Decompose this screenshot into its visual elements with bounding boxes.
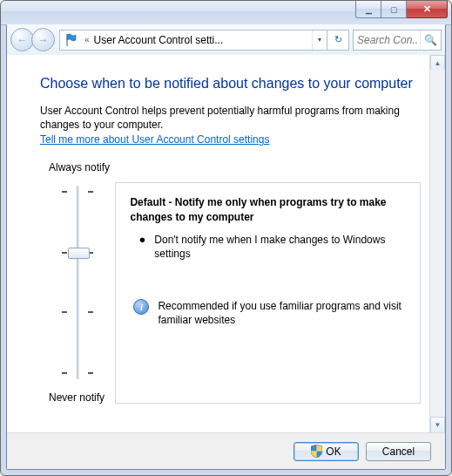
search-input[interactable] [354, 33, 420, 47]
minimize-icon: ▁ [366, 5, 372, 14]
back-arrow-icon: ← [17, 34, 28, 46]
nav-arrows: ← → [10, 28, 56, 51]
footer-bar: OK Cancel [7, 432, 445, 469]
description-title: Default - Notify me only when programs t… [130, 195, 406, 223]
slider-thumb[interactable] [68, 248, 90, 259]
vertical-scrollbar[interactable]: ▲ ▼ [429, 55, 445, 433]
content-area: Choose when to be notified about changes… [7, 55, 445, 433]
scroll-track[interactable] [430, 70, 445, 418]
slider-column: Always notify Never notify [40, 161, 115, 404]
description-box: Default - Notify me only when programs t… [115, 182, 421, 404]
slider-label-bottom: Never notify [40, 391, 115, 404]
slider-tick [62, 252, 67, 254]
recommendation-row: i Recommended if you use familiar progra… [130, 299, 406, 327]
forward-button[interactable]: → [31, 28, 55, 51]
description-bullet: ● Don't notify me when I make changes to… [130, 233, 406, 261]
slider-groove [77, 186, 79, 379]
cancel-button[interactable]: Cancel [366, 442, 431, 461]
uac-settings-window: ▁ ▢ ✕ ← → « User Account Control setti..… [0, 0, 452, 476]
slider-tick [88, 191, 93, 193]
forward-arrow-icon: → [38, 34, 49, 46]
maximize-button[interactable]: ▢ [381, 1, 407, 18]
address-dropdown-button[interactable]: ▾ [312, 31, 327, 50]
scroll-down-button[interactable]: ▼ [430, 417, 445, 433]
breadcrumb-path: User Account Control setti... [92, 34, 312, 46]
window-controls: ▁ ▢ ✕ [355, 1, 448, 17]
slider-tick [62, 191, 67, 193]
slider-tick [88, 311, 93, 313]
close-icon: ✕ [423, 3, 431, 15]
slider-tick [62, 311, 67, 313]
navbar: ← → « User Account Control setti... ▾ ↻ … [7, 24, 445, 56]
breadcrumb-chevron-icon: « [82, 35, 92, 44]
back-button[interactable]: ← [10, 28, 34, 51]
description-bullet-text: Don't notify me when I make changes to W… [154, 233, 406, 261]
search-box[interactable]: 🔍 [353, 30, 442, 51]
info-icon: i [133, 299, 149, 315]
minimize-button[interactable]: ▁ [355, 1, 381, 18]
slider-area: Always notify Never notify Default - Not… [40, 161, 421, 404]
ok-button-label: OK [326, 445, 341, 458]
slider-tick [88, 372, 93, 374]
address-bar[interactable]: « User Account Control setti... ▾ ↻ [59, 30, 349, 51]
learn-more-link[interactable]: Tell me more about User Account Control … [40, 133, 269, 146]
titlebar: ▁ ▢ ✕ [1, 1, 451, 25]
uac-shield-icon [311, 445, 322, 458]
control-panel-flag-icon [63, 32, 80, 48]
refresh-button[interactable]: ↻ [327, 31, 348, 50]
close-button[interactable]: ✕ [407, 1, 448, 18]
slider-label-top: Always notify [40, 161, 115, 173]
cancel-button-label: Cancel [382, 445, 415, 458]
search-icon: 🔍 [420, 31, 440, 50]
intro-text: User Account Control helps prevent poten… [40, 104, 421, 132]
maximize-icon: ▢ [390, 5, 398, 14]
page-heading: Choose when to be notified about changes… [40, 76, 421, 92]
recommendation-text: Recommended if you use familiar programs… [158, 299, 406, 327]
bullet-icon: ● [138, 233, 145, 245]
ok-button[interactable]: OK [293, 442, 359, 461]
notification-level-slider[interactable] [43, 180, 112, 384]
slider-tick [62, 372, 67, 374]
